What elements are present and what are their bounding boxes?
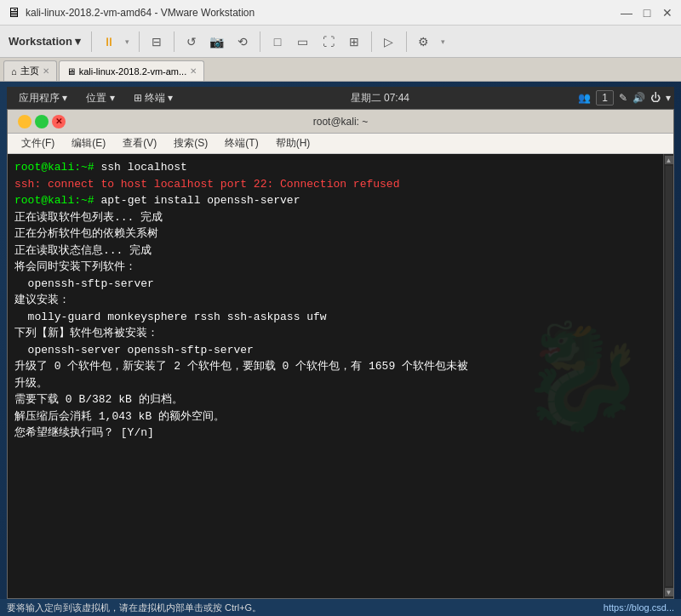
terminal-line: openssh-server openssh-sftp-server [14, 342, 656, 359]
terminal-minimize-button[interactable] [18, 115, 31, 128]
close-button[interactable]: ✕ [661, 6, 674, 20]
app-container: 🖥 kali-linux-2018.2-vm-amd64 - VMware Wo… [0, 0, 681, 616]
kali-terminal-menu[interactable]: ⊞ 终端 ▾ [125, 89, 182, 107]
kali-menubar: 应用程序 ▾ 位置 ▾ ⊞ 终端 ▾ 星期二 07:44 👥 1 ✎ 🔊 ⏻ ▾ [7, 87, 674, 109]
terminal-line: 解压缩后会消耗 1,043 kB 的额外空间。 [14, 408, 656, 425]
terminal-menu-file[interactable]: 文件(F) [13, 134, 63, 152]
statusbar: 要将输入定向到该虚拟机，请在虚拟机内部单击或按 Ctrl+G。 https://… [0, 599, 681, 616]
terminal-menu-view[interactable]: 查看(V) [114, 134, 165, 152]
snapshot-button[interactable]: 📷 [205, 30, 229, 54]
tab-vm-icon: 🖥 [66, 66, 76, 77]
kali-places-menu[interactable]: 位置 ▾ [77, 89, 123, 107]
kali-sound-icon[interactable]: 🔊 [632, 92, 645, 104]
kali-apps-menu[interactable]: 应用程序 ▾ [10, 89, 76, 107]
terminal-menu-terminal[interactable]: 终端(T) [216, 134, 266, 152]
terminal-menu-help[interactable]: 帮助(H) [267, 134, 319, 152]
terminal-menu-edit[interactable]: 编辑(E) [63, 134, 114, 152]
kali-users-icon: 👥 [578, 92, 591, 104]
remote-display-button[interactable]: ▷ [377, 30, 401, 54]
terminal-line: openssh-sftp-server [14, 276, 656, 293]
workstation-menu-button[interactable]: Workstation ▾ [3, 32, 86, 50]
terminal-line: molly-guard monkeysphere rssh ssh-askpas… [14, 309, 656, 326]
toolbar-separator-3 [174, 31, 175, 52]
kali-pencil-icon: ✎ [619, 92, 627, 104]
kali-right-icons: 👥 1 ✎ 🔊 ⏻ ▾ [578, 90, 671, 106]
terminal-title: root@kali: ~ [66, 116, 615, 128]
vm-controls-group: ⏸ ▾ [97, 30, 134, 54]
tab-vm-label: kali-linux-2018.2-vm-am... [79, 66, 187, 77]
tab-home[interactable]: ⌂ 主页 ✕ [3, 60, 57, 81]
toolbar-separator-4 [260, 31, 260, 52]
scroll-up-button[interactable]: ▲ [665, 156, 673, 164]
terminal-line: 正在读取状态信息... 完成 [14, 242, 656, 260]
terminal-line: 您希望继续执行吗？ [Y/n] [14, 425, 656, 442]
settings-dropdown[interactable]: ▾ [438, 30, 449, 54]
terminal-line: 建议安装： [14, 292, 656, 309]
terminal-titlebar: ✕ root@kali: ~ [8, 110, 673, 134]
terminal-maximize-button[interactable] [35, 115, 49, 128]
titlebar-controls: — □ ✕ [620, 6, 674, 20]
tab-home-close[interactable]: ✕ [43, 66, 49, 76]
terminal-lines: root@kali:~# ssh localhostssh: connect t… [14, 159, 656, 442]
terminal-line: 需要下载 0 B/382 kB 的归档。 [14, 391, 656, 408]
statusbar-url: https://blog.csd... [604, 602, 674, 613]
terminal-menu: 文件(F) 编辑(E) 查看(V) 搜索(S) 终端(T) 帮助(H) [8, 134, 673, 154]
fit-window-button[interactable]: ▭ [291, 30, 315, 54]
send-ctrl-alt-del-button[interactable]: ⊟ [145, 30, 169, 54]
terminal-window-buttons: ✕ [14, 115, 66, 128]
tab-home-label: 主页 [20, 65, 39, 77]
terminal-line: 升级了 0 个软件包，新安装了 2 个软件包，要卸载 0 个软件包，有 1659… [14, 358, 656, 375]
tab-vm-close[interactable]: ✕ [190, 66, 197, 76]
tab-vm[interactable]: 🖥 kali-linux-2018.2-vm-am... ✕ [59, 60, 205, 81]
app-icon: 🖥 [7, 5, 20, 20]
maximize-button[interactable]: □ [640, 6, 654, 20]
toolbar-separator-5 [371, 31, 372, 52]
tabbar: ⌂ 主页 ✕ 🖥 kali-linux-2018.2-vm-am... ✕ [0, 58, 681, 82]
terminal-line: 下列【新】软件包将被安装： [14, 325, 656, 342]
vm-window[interactable]: ✕ root@kali: ~ 文件(F) 编辑(E) 查看(V) 搜索(S) 终… [7, 109, 674, 599]
terminal-line: 正在分析软件包的依赖关系树 [14, 225, 656, 242]
terminal-line: ssh: connect to host localhost port 22: … [14, 176, 656, 193]
kali-clock: 星期二 07:44 [351, 91, 409, 106]
fullscreen-button[interactable]: ⛶ [317, 30, 340, 54]
terminal-scrollbar[interactable]: ▲ ▼ [663, 154, 673, 598]
workstation-label: Workstation [9, 35, 72, 48]
workstation-dropdown-arrow: ▾ [75, 35, 81, 48]
terminal-content[interactable]: 🐉 root@kali:~# ssh localhostssh: connect… [8, 154, 663, 598]
terminal-line: 正在读取软件包列表... 完成 [14, 209, 656, 226]
terminal-line: 将会同时安装下列软件： [14, 259, 656, 276]
refresh-button[interactable]: ↺ [180, 30, 203, 54]
pause-button[interactable]: ⏸ [97, 30, 121, 54]
pause-dropdown[interactable]: ▾ [122, 30, 134, 54]
kali-power-dropdown[interactable]: ▾ [666, 92, 671, 104]
settings-button[interactable]: ⚙ [412, 30, 436, 54]
titlebar: 🖥 kali-linux-2018.2-vm-amd64 - VMware Wo… [0, 0, 681, 26]
scroll-track [666, 166, 672, 586]
vmware-toolbar: Workstation ▾ ⏸ ▾ ⊟ ↺ 📷 ⟲ □ ▭ ⛶ ⊞ ▷ ⚙ ▾ [0, 26, 681, 58]
unity-button[interactable]: ⊞ [342, 30, 366, 54]
terminal-close-button[interactable]: ✕ [52, 115, 66, 128]
toolbar-separator-6 [406, 31, 407, 52]
toolbar-separator-1 [91, 31, 92, 52]
terminal-menu-search[interactable]: 搜索(S) [165, 134, 216, 152]
statusbar-text: 要将输入定向到该虚拟机，请在虚拟机内部单击或按 Ctrl+G。 [7, 602, 261, 614]
terminal-body: 🐉 root@kali:~# ssh localhostssh: connect… [8, 154, 673, 598]
revert-button[interactable]: ⟲ [231, 30, 255, 54]
terminal-line: root@kali:~# ssh localhost [14, 159, 656, 176]
terminal-line: 升级。 [14, 375, 656, 392]
kali-power-icon[interactable]: ⏻ [650, 92, 661, 104]
kali-workspace-badge[interactable]: 1 [596, 90, 614, 106]
fit-guest-button[interactable]: □ [266, 30, 289, 54]
main-content: 应用程序 ▾ 位置 ▾ ⊞ 终端 ▾ 星期二 07:44 👥 1 ✎ 🔊 ⏻ ▾… [0, 82, 681, 599]
titlebar-title: kali-linux-2018.2-vm-amd64 - VMware Work… [26, 7, 255, 19]
tab-home-icon: ⌂ [11, 66, 17, 77]
scroll-down-button[interactable]: ▼ [665, 588, 673, 596]
toolbar-separator-2 [139, 31, 140, 52]
titlebar-left: 🖥 kali-linux-2018.2-vm-amd64 - VMware Wo… [7, 5, 255, 20]
minimize-button[interactable]: — [620, 6, 633, 20]
terminal-line: root@kali:~# apt-get install openssh-ser… [14, 192, 656, 209]
